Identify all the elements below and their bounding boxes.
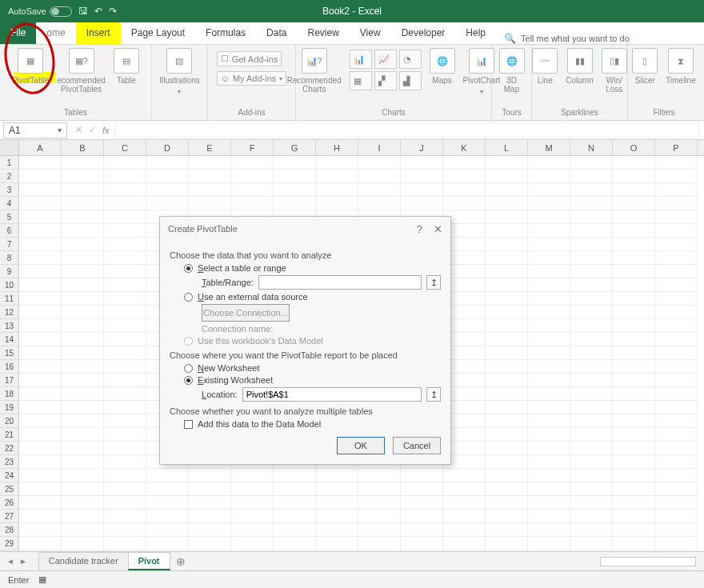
cell[interactable] [570,510,613,523]
cell[interactable] [443,482,486,496]
cell[interactable] [486,510,528,523]
cell[interactable] [528,442,570,455]
cell[interactable] [358,496,401,510]
cell[interactable] [655,292,698,306]
cell[interactable] [19,496,62,510]
cell[interactable] [62,387,104,401]
radio-new-worksheet[interactable] [184,364,193,373]
cell[interactable] [613,183,655,197]
row-header[interactable]: 21 [0,428,19,442]
cell[interactable] [19,482,62,496]
row-header[interactable]: 9 [0,265,19,278]
cell[interactable] [613,292,655,306]
undo-icon[interactable]: ↶ [94,6,102,17]
cell[interactable] [486,183,528,197]
chart-type-combo[interactable]: ▟ [399,71,422,90]
cell[interactable] [104,537,146,550]
cell[interactable] [19,537,62,550]
cell[interactable] [443,510,486,523]
cell[interactable] [570,278,613,292]
cell[interactable] [570,346,613,360]
timeline-button[interactable]: ⧗ Timeline [666,48,695,85]
radio-select-range[interactable] [184,264,193,273]
cell[interactable] [62,523,104,537]
location-picker-button[interactable]: ↥ [426,387,441,402]
cell[interactable] [19,387,62,401]
tab-help[interactable]: Help [455,22,496,44]
cell[interactable] [528,346,570,360]
tab-formulas[interactable]: Formulas [195,22,256,44]
cell[interactable] [274,469,316,482]
cell[interactable] [528,510,570,523]
cell[interactable] [19,278,62,292]
cell[interactable] [570,496,613,510]
cell[interactable] [528,496,570,510]
cell[interactable] [613,156,655,170]
cell[interactable] [62,251,104,265]
cell[interactable] [19,319,62,333]
cell[interactable] [62,469,104,482]
cell[interactable] [655,156,698,170]
cell[interactable] [655,401,698,414]
cell[interactable] [189,469,231,482]
cell[interactable] [570,183,613,197]
cell[interactable] [486,292,528,306]
cell[interactable] [486,265,528,278]
cell[interactable] [613,469,655,482]
cell[interactable] [358,469,401,482]
cell[interactable] [62,442,104,455]
cell[interactable] [570,360,613,374]
cell[interactable] [19,510,62,523]
cell[interactable] [655,414,698,428]
cell[interactable] [19,469,62,482]
cell[interactable] [62,510,104,523]
cell[interactable] [570,319,613,333]
row-header[interactable]: 23 [0,455,19,469]
maps-button[interactable]: 🌐 Maps [430,48,455,85]
cell[interactable] [62,346,104,360]
chevron-down-icon[interactable]: ▾ [58,126,62,134]
cell[interactable] [486,401,528,414]
cell[interactable] [231,482,274,496]
cell[interactable] [570,469,613,482]
cell[interactable] [62,319,104,333]
cell[interactable] [655,265,698,278]
row-header[interactable]: 8 [0,251,19,265]
cell[interactable] [104,428,146,442]
cell[interactable] [613,238,655,251]
cell[interactable] [19,414,62,428]
cell[interactable] [486,319,528,333]
cell[interactable] [655,170,698,183]
cell[interactable] [104,210,146,224]
cell[interactable] [613,319,655,333]
col-header-N[interactable]: N [570,140,613,155]
cell[interactable] [613,523,655,537]
cell[interactable] [104,414,146,428]
cell[interactable] [401,510,443,523]
cell[interactable] [62,292,104,306]
chart-type-hier[interactable]: ▦ [350,71,372,90]
cell[interactable] [486,360,528,374]
cell[interactable] [655,183,698,197]
col-header-H[interactable]: H [316,140,358,155]
cell[interactable] [401,197,443,210]
cell[interactable] [104,496,146,510]
cell[interactable] [443,523,486,537]
cell[interactable] [189,537,231,550]
row-header[interactable]: 20 [0,414,19,428]
cell[interactable] [104,510,146,523]
cell[interactable] [486,469,528,482]
cell[interactable] [528,360,570,374]
row-header[interactable]: 3 [0,183,19,197]
cell[interactable] [146,482,189,496]
cell[interactable] [486,170,528,183]
name-box[interactable]: A1 ▾ [3,122,67,138]
fx-icon[interactable]: fx [102,126,110,135]
cell[interactable] [316,156,358,170]
cell[interactable] [443,537,486,550]
cell[interactable] [104,482,146,496]
col-header-A[interactable]: A [19,140,62,155]
cell[interactable] [613,278,655,292]
cell[interactable] [19,183,62,197]
cell[interactable] [316,510,358,523]
